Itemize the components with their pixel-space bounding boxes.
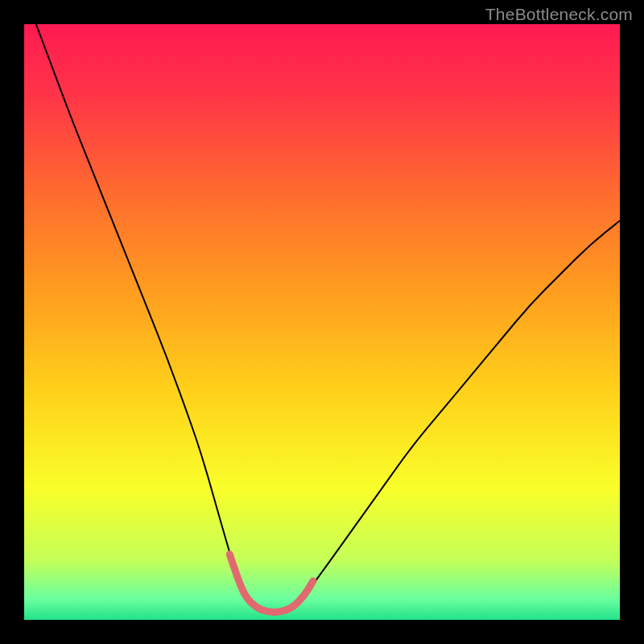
main-curve: [36, 24, 620, 612]
valley-highlight: [229, 555, 313, 613]
plot-area: [24, 24, 620, 620]
watermark-text: TheBottleneck.com: [485, 5, 633, 24]
curve-layer: [24, 24, 620, 620]
chart-frame: TheBottleneck.com: [0, 0, 644, 644]
